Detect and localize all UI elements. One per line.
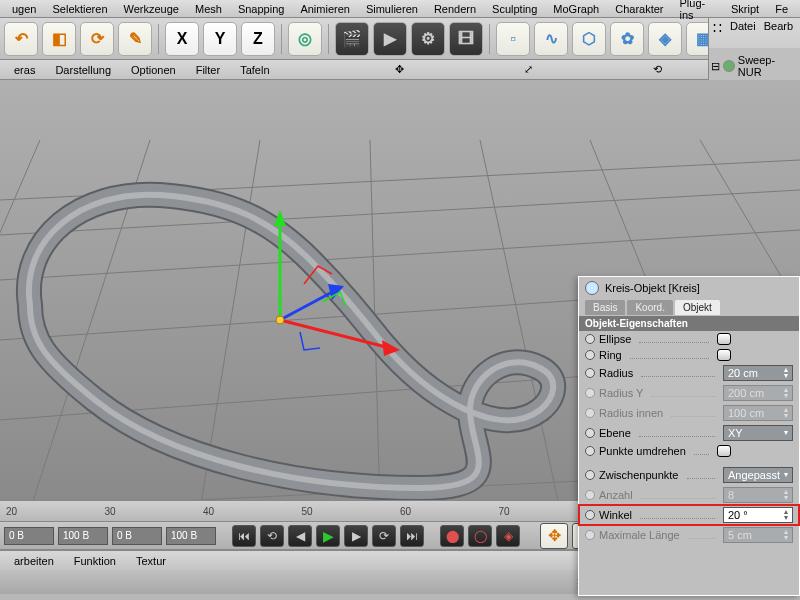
tool-undo-icon[interactable]: ↶ [4,22,38,56]
attribute-title: Kreis-Objekt [Kreis] [605,282,700,294]
move-tool-button[interactable]: ✥ [540,523,568,549]
prop-radius-innen: Radius innen100 cm▴▾ [579,403,799,423]
tick: 20 [6,506,105,517]
autokey-button[interactable]: ◯ [468,525,492,547]
bottom-tab[interactable]: Funktion [64,555,126,567]
tick: 50 [302,506,401,517]
hier-item-sweep[interactable]: ⊟Sweep-NUR [711,52,798,80]
view-nav-icon[interactable]: ✥ [391,63,408,76]
frame-total-field[interactable]: 100 B [166,527,216,545]
svg-line-2 [0,230,800,280]
mouse-cursor-icon: ➤↯ [398,498,419,500]
view-menu-item[interactable]: Optionen [121,64,186,76]
prop-ring[interactable]: Ring [579,347,799,363]
zwischen-field[interactable]: Angepasst▾ [723,467,793,483]
next-frame-button[interactable]: ▶ [344,525,368,547]
prop-radius[interactable]: Radius20 cm▴▾ [579,363,799,383]
ring-checkbox[interactable] [717,349,731,361]
menu-item[interactable]: Mesh [187,3,230,15]
object-type-icon [585,281,599,295]
axis-z-button[interactable]: Z [241,22,275,56]
punkte-checkbox[interactable] [717,445,731,457]
main-menu-bar: ugen Selektieren Werkzeuge Mesh Snapping… [0,0,800,18]
right-menu-item[interactable]: Datei [730,20,756,36]
step-fwd-button[interactable]: ⟳ [372,525,396,547]
prop-zwischenpunkte[interactable]: ZwischenpunkteAngepasst▾ [579,465,799,485]
ellipse-checkbox[interactable] [717,333,731,345]
goto-start-button[interactable]: ⏮ [232,525,256,547]
primitive-generator-icon[interactable]: ⬡ [572,22,606,56]
primitive-deformer-icon[interactable]: ◈ [648,22,682,56]
view-menu-item[interactable]: Filter [186,64,230,76]
frame-end-field[interactable]: 100 B [58,527,108,545]
menu-item[interactable]: Rendern [426,3,484,15]
prop-anzahl: Anzahl8▴▾ [579,485,799,505]
clapper-icon[interactable]: 🎬 [335,22,369,56]
ebene-field[interactable]: XY▾ [723,425,793,441]
record-button[interactable]: ⬤ [440,525,464,547]
axis-x-button[interactable]: X [165,22,199,56]
primitive-cube-icon[interactable]: ▫ [496,22,530,56]
goto-end-button[interactable]: ⏭ [400,525,424,547]
tool-brush-icon[interactable]: ✎ [118,22,152,56]
bottom-tab[interactable]: arbeiten [4,555,64,567]
view-menu-item[interactable]: eras [4,64,45,76]
menu-item[interactable]: MoGraph [545,3,607,15]
view-zoom-icon[interactable]: ⤢ [520,63,537,76]
radius-field[interactable]: 20 cm▴▾ [723,365,793,381]
prop-ebene[interactable]: EbeneXY▾ [579,423,799,443]
prop-max-laenge: Maximale Länge5 cm▴▾ [579,525,799,545]
tick: 40 [203,506,302,517]
frame-current-field[interactable]: 0 B [112,527,162,545]
tab-basis[interactable]: Basis [585,300,625,315]
view-menu-item[interactable]: Darstellung [45,64,121,76]
prop-radius-y: Radius Y200 cm▴▾ [579,383,799,403]
menu-item[interactable]: Animieren [292,3,358,15]
prev-frame-button[interactable]: ◀ [288,525,312,547]
prop-winkel[interactable]: Winkel20 °▴▾ [579,505,799,525]
primitive-spline-icon[interactable]: ∿ [534,22,568,56]
axis-y-button[interactable]: Y [203,22,237,56]
tool-rotate-icon[interactable]: ⟳ [80,22,114,56]
separator [158,24,159,54]
svg-line-10 [480,140,560,500]
tick: 60 [400,506,499,517]
prop-punkte-umdrehen[interactable]: Punkte umdrehen [579,443,799,459]
viewport-menu-bar: eras Darstellung Optionen Filter Tafeln … [0,60,800,80]
film-icon[interactable]: 🎞 [449,22,483,56]
prop-ellipse[interactable]: Ellipse [579,331,799,347]
menu-item[interactable]: Simulieren [358,3,426,15]
winkel-field[interactable]: 20 °▴▾ [723,507,793,523]
view-rotate-icon[interactable]: ⟲ [649,63,666,76]
frame-start-field[interactable]: 0 B [4,527,54,545]
bottom-tab[interactable]: Textur [126,555,176,567]
menu-item[interactable]: Werkzeuge [116,3,187,15]
right-menu-item[interactable]: Bearb [764,20,793,36]
clapper-settings-icon[interactable]: ⚙ [411,22,445,56]
menu-item[interactable]: Selektieren [44,3,115,15]
tab-koord[interactable]: Koord. [627,300,672,315]
separator [281,24,282,54]
svg-line-17 [280,290,336,320]
svg-point-19 [276,316,284,324]
sweep-icon [723,60,735,72]
menu-item[interactable]: Fe [767,3,796,15]
separator [489,24,490,54]
play-button[interactable]: ▶ [316,525,340,547]
tool-cube-icon[interactable]: ◧ [42,22,76,56]
view-menu-item[interactable]: Tafeln [230,64,279,76]
section-header: Objekt-Eigenschaften [579,316,799,331]
tick: 30 [105,506,204,517]
menu-item[interactable]: Snapping [230,3,293,15]
menu-item[interactable]: ugen [4,3,44,15]
step-back-button[interactable]: ⟲ [260,525,284,547]
tool-globe-icon[interactable]: ◎ [288,22,322,56]
clapper-play-icon[interactable]: ▶ [373,22,407,56]
tab-objekt[interactable]: Objekt [675,300,720,315]
attribute-header: Kreis-Objekt [Kreis] [579,277,799,299]
menu-item[interactable]: Skript [723,3,767,15]
menu-item[interactable]: Sculpting [484,3,545,15]
keyframe-button[interactable]: ◈ [496,525,520,547]
primitive-flower-icon[interactable]: ✿ [610,22,644,56]
menu-item[interactable]: Charakter [607,3,671,15]
